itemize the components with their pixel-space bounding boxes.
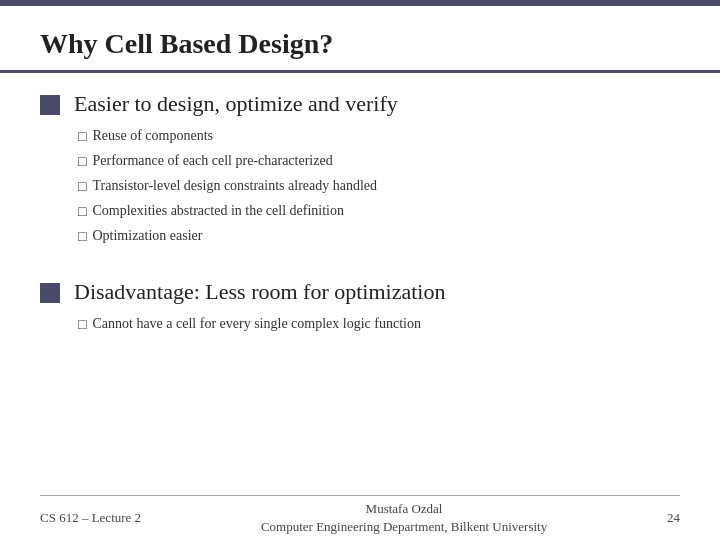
slide-title: Why Cell Based Design? bbox=[40, 28, 333, 59]
section-2: Disadvantage: Less room for optimization… bbox=[40, 279, 680, 335]
footer-page-number: 24 bbox=[667, 510, 680, 526]
section-1: Easier to design, optimize and verify □ … bbox=[40, 91, 680, 247]
section-1-body: Easier to design, optimize and verify □ … bbox=[74, 91, 680, 247]
section-2-bullet bbox=[40, 283, 60, 303]
sub-bullet-icon: □ bbox=[78, 126, 86, 147]
footer-author-dept: Computer Engineering Department, Bilkent… bbox=[261, 518, 547, 536]
sub-bullet-icon: □ bbox=[78, 226, 86, 247]
section-1-bullet bbox=[40, 95, 60, 115]
sub-item-text: Complexities abstracted in the cell defi… bbox=[92, 200, 344, 221]
section-2-subitems: □ Cannot have a cell for every single co… bbox=[74, 313, 680, 335]
section-2-heading: Disadvantage: Less room for optimization bbox=[74, 279, 680, 305]
list-item: □ Transistor-level design constraints al… bbox=[78, 175, 680, 197]
list-item: □ Performance of each cell pre-character… bbox=[78, 150, 680, 172]
content-area: Easier to design, optimize and verify □ … bbox=[0, 73, 720, 495]
sub-bullet-icon: □ bbox=[78, 151, 86, 172]
sub-item-text: Transistor-level design constraints alre… bbox=[92, 175, 377, 196]
title-area: Why Cell Based Design? bbox=[0, 6, 720, 73]
list-item: □ Complexities abstracted in the cell de… bbox=[78, 200, 680, 222]
sub-item-text: Performance of each cell pre-characteriz… bbox=[92, 150, 332, 171]
sub-item-text: Reuse of components bbox=[92, 125, 213, 146]
footer-course: CS 612 – Lecture 2 bbox=[40, 510, 141, 526]
sub-item-text: Optimization easier bbox=[92, 225, 202, 246]
section-1-subitems: □ Reuse of components □ Performance of e… bbox=[74, 125, 680, 247]
list-item: □ Optimization easier bbox=[78, 225, 680, 247]
sub-bullet-icon: □ bbox=[78, 176, 86, 197]
list-item: □ Cannot have a cell for every single co… bbox=[78, 313, 680, 335]
list-item: □ Reuse of components bbox=[78, 125, 680, 147]
sub-item-text: Cannot have a cell for every single comp… bbox=[92, 313, 421, 334]
footer-author: Mustafa Ozdal Computer Engineering Depar… bbox=[261, 500, 547, 536]
section-1-heading: Easier to design, optimize and verify bbox=[74, 91, 680, 117]
slide: Why Cell Based Design? Easier to design,… bbox=[0, 0, 720, 540]
section-gap bbox=[40, 259, 680, 267]
sub-bullet-icon: □ bbox=[78, 201, 86, 222]
sub-bullet-icon: □ bbox=[78, 314, 86, 335]
footer-author-name: Mustafa Ozdal bbox=[261, 500, 547, 518]
section-2-body: Disadvantage: Less room for optimization… bbox=[74, 279, 680, 335]
footer: CS 612 – Lecture 2 Mustafa Ozdal Compute… bbox=[0, 496, 720, 540]
